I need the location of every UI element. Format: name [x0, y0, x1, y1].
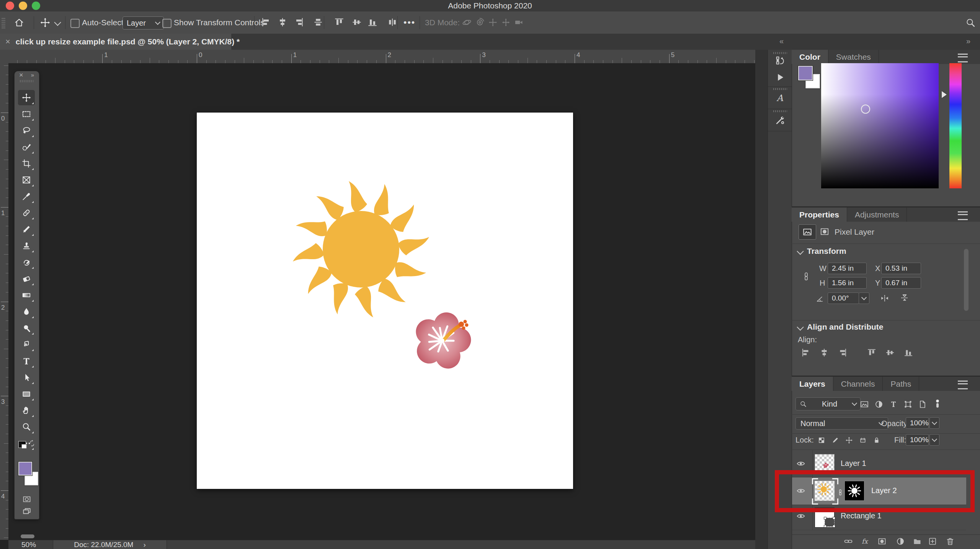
layer-filter-dropdown[interactable]: Kind	[795, 397, 861, 410]
orbit-3d-icon[interactable]	[462, 17, 472, 28]
layers-panel-menu-icon[interactable]	[958, 381, 968, 389]
lock-paint-icon[interactable]	[831, 436, 839, 444]
clone-stamp-tool[interactable]	[18, 238, 35, 253]
visibility-eye-icon[interactable]	[795, 459, 806, 468]
pixel-layer-filter-icon[interactable]	[860, 400, 869, 409]
dodge-tool[interactable]	[18, 320, 35, 336]
eyedropper-tool[interactable]	[18, 189, 35, 204]
opacity-field[interactable]: 100%	[906, 417, 929, 429]
hand-tool[interactable]	[18, 403, 35, 418]
align-bottom-edges-icon[interactable]	[903, 348, 913, 358]
search-icon[interactable]	[965, 18, 975, 28]
path-selection-tool[interactable]	[18, 370, 35, 385]
hue-slider[interactable]	[949, 63, 962, 188]
healing-brush-tool[interactable]	[18, 205, 35, 221]
align-right-edges-icon[interactable]	[294, 17, 304, 28]
character-panel-icon[interactable]: A	[775, 93, 786, 103]
brush-tool[interactable]	[18, 222, 35, 237]
toolbar-grip[interactable]	[20, 80, 34, 82]
filter-toggle-icon[interactable]	[933, 397, 942, 410]
color-saturation-field[interactable]	[821, 63, 939, 188]
zoom-tool[interactable]	[18, 419, 35, 435]
align-left-edges-icon[interactable]	[261, 17, 271, 28]
align-vertical-centers-icon[interactable]	[351, 17, 362, 28]
document-tab[interactable]: × click up resize example file.psd @ 50%…	[0, 34, 231, 50]
tab-color[interactable]: Color	[792, 50, 828, 64]
rotate-angle-dropdown[interactable]	[859, 292, 869, 304]
tools-panel-icon[interactable]	[775, 115, 786, 126]
lock-artboard-icon[interactable]	[859, 436, 867, 444]
x-position-field[interactable]: 0.53 in	[881, 263, 921, 274]
auto-select-target-dropdown[interactable]: Layer	[122, 16, 164, 29]
blend-mode-dropdown[interactable]: Normal	[795, 417, 888, 430]
align-right-edges-icon[interactable]	[838, 348, 848, 358]
height-field[interactable]: 1.56 in	[828, 277, 867, 289]
shape-layer-filter-icon[interactable]	[903, 400, 913, 409]
blur-tool[interactable]	[18, 304, 35, 319]
tab-channels[interactable]: Channels	[833, 377, 883, 391]
marquee-tool[interactable]	[18, 106, 35, 122]
mask-properties-button[interactable]	[819, 227, 830, 237]
flip-horizontal-icon[interactable]	[880, 293, 890, 303]
width-field[interactable]: 2.45 in	[828, 263, 867, 274]
canvas[interactable]	[197, 113, 573, 489]
smart-object-filter-icon[interactable]	[918, 400, 927, 409]
screen-mode-icon[interactable]	[21, 506, 32, 516]
toolbar-double-column-icon[interactable]: »	[31, 72, 34, 78]
lasso-tool[interactable]	[18, 123, 35, 138]
visibility-eye-icon[interactable]	[795, 511, 806, 521]
layer-name[interactable]: Rectangle 1	[841, 511, 882, 520]
history-panel-icon[interactable]	[775, 55, 786, 66]
move-tool[interactable]	[18, 90, 35, 105]
show-transform-checkbox[interactable]	[162, 19, 172, 28]
hue-slider-thumb[interactable]	[942, 91, 947, 98]
lock-move-icon[interactable]	[845, 436, 853, 444]
panel-foreground-color-swatch[interactable]	[798, 66, 813, 80]
distribute-vertical-centers-icon[interactable]	[313, 17, 323, 28]
horizontal-ruler[interactable]: 1012345	[8, 50, 755, 64]
align-bottom-edges-icon[interactable]	[367, 17, 378, 28]
close-toolbar-icon[interactable]: ×	[19, 71, 23, 79]
tab-swatches[interactable]: Swatches	[828, 50, 879, 64]
document-info[interactable]: Doc: 22.0M/25.0M ›	[53, 540, 167, 549]
layer-name[interactable]: Layer 1	[841, 459, 866, 468]
actions-panel-icon[interactable]	[775, 72, 786, 83]
collapse-panel-dock-button[interactable]: »	[966, 37, 971, 46]
rotate-angle-field[interactable]: 0.00°	[828, 292, 859, 304]
object-selection-tool[interactable]	[18, 139, 35, 155]
pixel-layer-properties-button[interactable]	[799, 224, 816, 240]
history-brush-tool[interactable]	[18, 255, 35, 270]
type-tool[interactable]	[18, 353, 35, 369]
y-position-field[interactable]: 0.67 in	[881, 277, 921, 289]
align-left-edges-icon[interactable]	[801, 348, 811, 358]
new-group-icon[interactable]	[913, 537, 922, 546]
link-layers-icon[interactable]	[844, 537, 853, 546]
home-icon[interactable]	[14, 17, 24, 28]
quick-mask-icon[interactable]	[21, 495, 32, 504]
lock-all-icon[interactable]	[873, 436, 880, 444]
fill-field[interactable]: 100%	[906, 434, 929, 446]
lock-transparency-icon[interactable]	[818, 436, 825, 444]
horizontal-scrollbar-thumb[interactable]	[21, 534, 34, 538]
align-top-edges-icon[interactable]	[334, 17, 345, 28]
zoom-level-field[interactable]: 50%	[21, 541, 36, 549]
link-dimensions-icon[interactable]	[802, 268, 811, 285]
properties-panel-menu-icon[interactable]	[958, 211, 968, 220]
frame-tool[interactable]	[18, 172, 35, 188]
crop-tool[interactable]	[18, 156, 35, 171]
gradient-tool[interactable]	[18, 288, 35, 303]
camera-3d-icon[interactable]	[514, 17, 524, 28]
align-horizontal-centers-icon[interactable]	[277, 17, 288, 28]
adjustment-layer-filter-icon[interactable]	[874, 400, 884, 409]
close-document-icon[interactable]: ×	[5, 37, 10, 47]
type-layer-filter-icon[interactable]	[889, 400, 898, 409]
add-mask-icon[interactable]	[877, 537, 887, 546]
tool-preset-chevron-icon[interactable]	[54, 19, 61, 26]
align-top-edges-icon[interactable]	[867, 348, 877, 358]
tab-paths[interactable]: Paths	[883, 377, 919, 391]
tab-layers[interactable]: Layers	[792, 377, 833, 391]
opacity-dropdown[interactable]	[929, 417, 939, 429]
more-options-button[interactable]: •••	[403, 17, 415, 28]
slide-3d-icon[interactable]	[501, 17, 511, 28]
vertical-ruler[interactable]: 01234	[0, 63, 9, 540]
